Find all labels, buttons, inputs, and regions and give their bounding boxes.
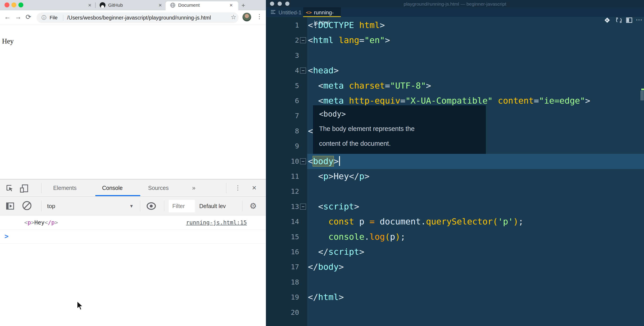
tab-untitled-label: Untitled-1 <box>278 7 302 17</box>
devtools-close-icon[interactable]: ✕ <box>252 179 257 196</box>
format-diamond-icon[interactable] <box>604 17 610 23</box>
file-lines-icon <box>271 10 276 14</box>
code-token: ( <box>493 217 498 226</box>
editor-title-bar: playground/running-js.html — beginner-ja… <box>266 0 644 7</box>
context-selector[interactable]: top <box>47 197 55 216</box>
new-tab-button[interactable]: + <box>242 2 245 9</box>
github-favicon-icon <box>100 2 106 8</box>
tab-document-title[interactable]: Document <box>178 2 200 8</box>
line-number: 16 <box>266 244 299 259</box>
editor-scrollbar[interactable] <box>640 91 644 100</box>
tab-untitled-1[interactable]: Untitled-1 <box>269 7 302 17</box>
console-log-entry[interactable]: <p>Hey</p> <box>24 216 58 230</box>
console-source-link[interactable]: running-js.html:15 <box>186 216 247 230</box>
url-path[interactable]: /Users/wesbos/beginner-javascript/playgr… <box>67 12 211 23</box>
code-token: charset <box>349 81 385 91</box>
forward-button[interactable]: → <box>15 13 22 21</box>
page-text: Hey <box>2 37 14 45</box>
code-token: = <box>534 96 539 106</box>
tab-document[interactable] <box>166 1 238 10</box>
console-prompt-row[interactable]: > <box>0 230 266 244</box>
live-expression-eye-icon[interactable] <box>146 202 156 211</box>
code-token: http-equiv <box>349 96 400 106</box>
code-line: <html lang="en"> <box>308 33 390 48</box>
code-token: ) <box>395 232 400 242</box>
mouse-cursor <box>77 301 84 311</box>
more-actions-icon[interactable]: ⋯ <box>636 15 642 24</box>
code-line: <meta charset="UTF-8"> <box>308 78 431 93</box>
tab-console[interactable]: Console <box>102 179 123 196</box>
tab-github-close[interactable]: ✕ <box>158 3 162 8</box>
code-token <box>308 96 318 106</box>
bookmark-star-icon[interactable]: ☆ <box>231 13 236 21</box>
split-editor-icon[interactable] <box>626 17 632 23</box>
code-token: < <box>308 156 313 166</box>
toolbar-divider <box>140 201 140 211</box>
tab-sources[interactable]: Sources <box>148 179 169 196</box>
tab-document-close[interactable]: ✕ <box>229 3 233 8</box>
screen: ✕ GitHub ✕ Document ✕ + ← → ⟳ ⓘ File <box>0 0 644 326</box>
site-info-icon[interactable]: ⓘ <box>42 12 46 23</box>
browser-menu-icon[interactable]: ⋮ <box>256 13 262 20</box>
device-toolbar-icon[interactable] <box>19 183 30 194</box>
code-token: DOCTYPE <box>318 20 354 30</box>
editor-window-title: playground/running-js.html — beginner-ja… <box>266 0 644 7</box>
code-token: body <box>318 262 339 272</box>
tab-github-title[interactable]: GitHub <box>108 2 123 8</box>
code-token: = <box>385 81 390 91</box>
url-scheme-label: File <box>50 12 58 23</box>
tab-close-partial[interactable]: ✕ <box>88 3 92 8</box>
filter-input[interactable] <box>169 200 195 212</box>
tab-elements[interactable]: Elements <box>53 179 76 196</box>
code-token: p <box>354 217 370 226</box>
code-line: < <box>308 124 313 139</box>
code-token: > <box>354 202 359 211</box>
code-line: </script> <box>308 244 364 259</box>
code-token: 'p' <box>498 217 514 226</box>
globe-favicon-icon <box>170 2 176 8</box>
inspect-element-icon[interactable] <box>6 184 14 193</box>
text-caret <box>339 156 340 166</box>
sync-changes-icon[interactable] <box>615 16 623 24</box>
toolbar-divider <box>242 201 242 211</box>
tab-running-js[interactable]: <> running-js.html <box>303 7 341 17</box>
traffic-zoom-button[interactable] <box>18 2 23 7</box>
log-levels-dropdown[interactable]: Default lev <box>199 197 226 216</box>
settings-gear-icon[interactable]: ⚙ <box>250 197 257 216</box>
code-token: "X-UA-Compatible" <box>406 96 493 106</box>
devtools-menu-icon[interactable]: ⋮ <box>235 179 241 196</box>
code-token: > <box>334 156 338 166</box>
console-token: > <box>31 219 34 226</box>
code-line: const p = document.querySelector('p'); <box>308 214 524 229</box>
line-number: 18 <box>266 275 299 290</box>
chevron-down-icon[interactable]: ▼ <box>129 197 134 216</box>
fold-marker[interactable]: − <box>300 158 306 164</box>
avatar[interactable] <box>242 12 251 21</box>
more-tabs-icon[interactable]: » <box>192 179 196 196</box>
traffic-minimize-button[interactable] <box>12 2 16 7</box>
code-token: "ie=edge" <box>539 96 585 106</box>
fold-marker[interactable]: − <box>300 204 306 210</box>
active-tab-underline <box>95 195 140 196</box>
console-sidebar-icon[interactable] <box>6 201 15 211</box>
line-number: 1 <box>266 18 299 33</box>
tab-running-js-label: running-js.html <box>314 7 341 17</box>
line-number: 6 <box>266 93 299 108</box>
toolbar-divider <box>41 201 42 211</box>
clear-console-icon[interactable] <box>22 201 32 210</box>
code-token: > <box>364 171 370 181</box>
devtools-panel: Elements Console Sources » ⋮ ✕ top ▼ <box>0 179 266 326</box>
back-button[interactable]: ← <box>4 13 11 21</box>
code-token: > <box>334 65 338 75</box>
code-token: < <box>318 171 323 181</box>
address-bar[interactable]: ⓘ File /Users/wesbos/beginner-javascript… <box>36 12 238 23</box>
reload-button[interactable]: ⟳ <box>26 13 31 21</box>
code-token: . <box>421 217 426 226</box>
code-token <box>344 81 349 91</box>
code-token: head <box>313 65 334 75</box>
fold-marker[interactable]: − <box>300 37 306 43</box>
code-token: < <box>308 35 313 45</box>
code-token: </ <box>318 247 328 257</box>
fold-marker[interactable]: − <box>300 67 306 73</box>
traffic-close-button[interactable] <box>4 2 10 7</box>
